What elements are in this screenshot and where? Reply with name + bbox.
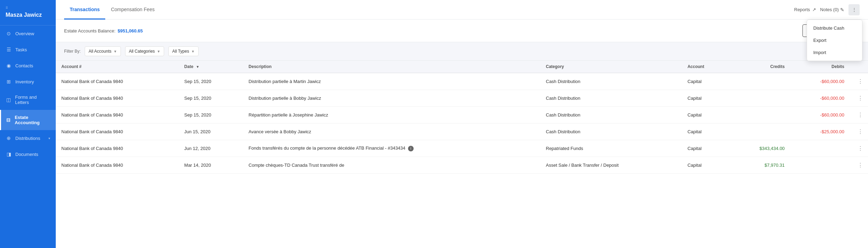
transactions-table-container: Account # Date ▼ Description Category Ac… [56,61,868,248]
row-actions-4[interactable]: ⋮ [850,140,868,157]
row-actions-3[interactable]: ⋮ [850,123,868,140]
sidebar-item-estate-accounting[interactable]: ⊟ Estate Accounting [0,110,56,130]
sidebar-item-distributions[interactable]: ⊕ Distributions ▾ [0,130,56,146]
documents-icon: ◨ [6,151,12,157]
row-more-button-3[interactable]: ⋮ [855,128,865,135]
cell-date-0: Sep 15, 2020 [179,73,243,90]
categories-filter-arrow: ▼ [157,50,160,53]
cell-debits-1: -$60,000.00 [790,90,850,107]
sidebar-item-label-estate-accounting: Estate Accounting [15,115,50,125]
row-actions-0[interactable]: ⋮ [850,73,868,90]
table-row: National Bank of Canada 9840 Sep 15, 202… [56,107,868,123]
sidebar-nav: ⊙ Overview ☰ Tasks ◉ Contacts ⊞ Inventor… [0,25,56,248]
col-date[interactable]: Date ▼ [179,61,243,73]
cell-account-type-5: Capital [682,157,729,174]
cell-description-2: Répartition partielle à Josephine Jawicz [243,107,540,123]
col-credits: Credits [729,61,790,73]
row-more-button-5[interactable]: ⋮ [855,161,865,169]
edit-icon: ✎ [840,7,844,13]
table-row: National Bank of Canada 9840 Sep 15, 202… [56,73,868,90]
grip-icon: ⠿ [6,6,50,10]
reports-button[interactable]: Reports ↗ [794,7,816,12]
accounts-filter[interactable]: All Accounts ▼ [85,46,121,56]
cell-credits-4: $343,434.00 [729,140,790,157]
distributions-icon: ⊕ [6,135,12,141]
cell-account-0: National Bank of Canada 9840 [56,73,179,90]
balance-label: Estate Accounts Balance: [64,28,115,33]
filters-bar: Filter By: All Accounts ▼ All Categories… [56,42,868,61]
col-actions-header [850,61,868,73]
sidebar-item-label-documents: Documents [15,152,38,157]
export-icon: ↗ [812,7,816,12]
cell-category-5: Asset Sale / Bank Transfer / Deposit [540,157,682,174]
types-filter-arrow: ▼ [191,50,195,53]
cell-account-type-4: Capital [682,140,729,157]
forms-letters-icon: ◫ [6,97,11,103]
cell-credits-0 [729,73,790,90]
row-actions-1[interactable]: ⋮ [850,90,868,107]
sidebar-item-documents[interactable]: ◨ Documents [0,146,56,162]
sidebar-item-overview[interactable]: ⊙ Overview [0,25,56,42]
types-filter[interactable]: All Types ▼ [168,46,198,56]
row-more-button-2[interactable]: ⋮ [855,111,865,119]
col-account: Account # [56,61,179,73]
dropdown-item-distribute-cash[interactable]: Distribute Cash [807,22,862,34]
cell-category-2: Cash Distribution [540,107,682,123]
sidebar-item-inventory[interactable]: ⊞ Inventory [0,74,56,90]
estate-accounting-icon: ⊟ [6,117,11,123]
notes-button[interactable]: Notes (0) ✎ [820,7,844,13]
cell-account-5: National Bank of Canada 9840 [56,157,179,174]
header-tabs: TransactionsCompensation Fees [64,0,160,19]
sidebar-item-label-distributions: Distributions [15,136,40,141]
accounts-filter-value: All Accounts [89,49,111,54]
cell-credits-5: $7,970.31 [729,157,790,174]
sidebar-item-tasks[interactable]: ☰ Tasks [0,42,56,58]
more-button[interactable]: ⋮ [848,4,860,15]
tab-compensation-fees[interactable]: Compensation Fees [105,0,160,20]
cell-date-5: Mar 14, 2020 [179,157,243,174]
reports-label: Reports [794,7,810,12]
table-row: National Bank of Canada 9840 Mar 14, 202… [56,157,868,174]
cell-description-0: Distribution partielle à Martin Jawicz [243,73,540,90]
cell-category-1: Cash Distribution [540,90,682,107]
table-body: National Bank of Canada 9840 Sep 15, 202… [56,73,868,174]
table-row: National Bank of Canada 9840 Sep 15, 202… [56,90,868,107]
sidebar-item-label-contacts: Contacts [15,63,33,68]
row-more-button-1[interactable]: ⋮ [855,95,865,102]
cell-date-1: Sep 15, 2020 [179,90,243,107]
sidebar: ⠿ Masza Jawicz ⊙ Overview ☰ Tasks ◉ Cont… [0,0,56,248]
sidebar-item-label-tasks: Tasks [15,47,27,52]
info-icon: i [408,146,414,151]
tasks-icon: ☰ [6,46,12,53]
sidebar-logo: ⠿ Masza Jawicz [0,0,56,25]
row-actions-2[interactable]: ⋮ [850,107,868,123]
cell-account-type-3: Capital [682,123,729,140]
dropdown-item-import[interactable]: Import [807,46,862,59]
sidebar-item-label-forms-letters: Forms and Letters [15,95,50,105]
cell-date-2: Sep 15, 2020 [179,107,243,123]
cell-account-type-2: Capital [682,107,729,123]
row-more-button-4[interactable]: ⋮ [855,145,865,152]
row-actions-5[interactable]: ⋮ [850,157,868,174]
col-debits: Debits [790,61,850,73]
sidebar-item-label-overview: Overview [15,31,34,36]
tab-transactions[interactable]: Transactions [64,0,105,20]
categories-filter[interactable]: All Categories ▼ [125,46,164,56]
cell-account-type-0: Capital [682,73,729,90]
user-name: Masza Jawicz [6,12,42,18]
cell-category-4: Repatriated Funds [540,140,682,157]
cell-account-4: National Bank of Canada 9840 [56,140,179,157]
cell-account-type-1: Capital [682,90,729,107]
accounts-filter-arrow: ▼ [114,50,117,53]
sidebar-item-forms-letters[interactable]: ◫ Forms and Letters [0,90,56,110]
sidebar-item-contacts[interactable]: ◉ Contacts [0,58,56,74]
cell-debits-3: -$25,000.00 [790,123,850,140]
row-more-button-0[interactable]: ⋮ [855,78,865,85]
sidebar-item-label-inventory: Inventory [15,79,34,84]
cell-description-4: Fonds transférés du compte de la personn… [243,140,540,157]
dropdown-item-export[interactable]: Export [807,34,862,46]
cell-credits-3 [729,123,790,140]
cell-description-5: Compte chèques-TD Canada Trust transféré… [243,157,540,174]
subheader: Estate Accounts Balance: $951,060.65 Tra… [56,20,868,42]
table-header: Account # Date ▼ Description Category Ac… [56,61,868,73]
